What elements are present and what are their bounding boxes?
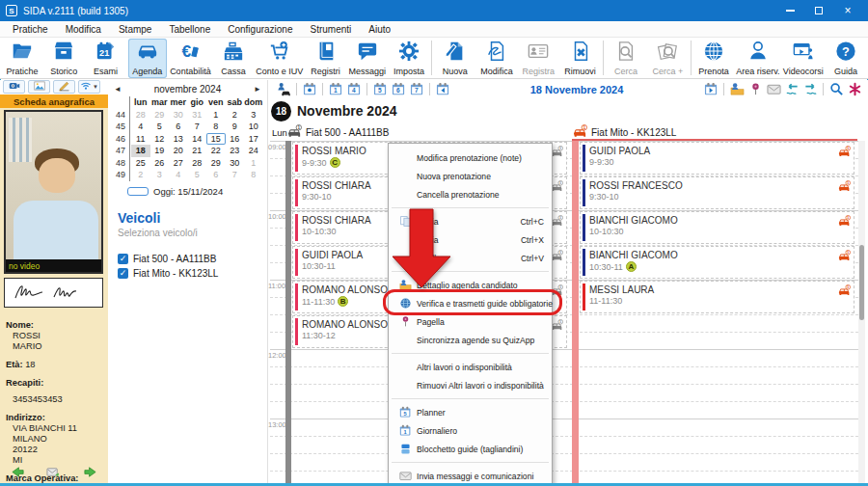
toolbar-button-guida[interactable]: ?Guida — [827, 39, 865, 78]
cal-4-icon[interactable]: 4 — [346, 82, 362, 97]
calendar-day-cell[interactable]: 4 — [131, 121, 150, 133]
toolbar-button-pratiche[interactable]: Pratiche — [3, 39, 41, 78]
appointment-card[interactable]: BIANCHI GIACOMO10:30-11A1 — [580, 246, 854, 279]
context-menu-item-modifica-prenotazione-note-[interactable]: Modifica prenotazione (note) — [389, 148, 552, 167]
calendar-day-cell[interactable]: 13 — [169, 133, 188, 146]
calendar-day-cell[interactable]: 21 — [188, 145, 207, 157]
calendar-today-box[interactable] — [127, 187, 149, 196]
vehicle-item[interactable]: ✓Fiat 500 - AA111BB — [118, 254, 258, 264]
maximize-button[interactable] — [804, 0, 833, 21]
car-arrow-left-icon[interactable] — [784, 82, 800, 97]
cal-today-icon[interactable] — [302, 82, 317, 97]
menu-item-modifica[interactable]: Modifica — [57, 23, 110, 36]
asterisk-icon[interactable] — [847, 82, 862, 97]
minimize-button[interactable] — [775, 0, 804, 21]
menu-item-pratiche[interactable]: Pratiche — [4, 23, 57, 36]
calendar-day-cell[interactable]: 29 — [150, 109, 170, 122]
calendar-day-cell[interactable]: 30 — [169, 109, 188, 122]
context-menu-item-planner[interactable]: 5Planner — [389, 403, 552, 421]
calendar-day-cell[interactable]: 11 — [131, 133, 150, 146]
pin-icon[interactable] — [747, 82, 763, 97]
calendar-day-cell[interactable]: 15 — [206, 133, 226, 146]
calendar-day-cell[interactable]: 8 — [244, 169, 263, 181]
calendar-day-cell[interactable]: 12 — [150, 133, 170, 146]
person-folder-icon[interactable] — [729, 82, 745, 97]
calendar-day-cell[interactable]: 6 — [206, 169, 226, 181]
toolbar-button-modifica[interactable]: Modifica — [477, 39, 516, 78]
toolbar-button-esami[interactable]: 21Esami — [87, 39, 125, 78]
calendar-day-cell[interactable]: 16 — [226, 133, 245, 146]
calendar-day-cell[interactable]: 30 — [226, 157, 245, 170]
menu-item-tabellone[interactable]: Tabellone — [160, 23, 219, 36]
appointment-card[interactable]: ROSSI FRANCESCO9:30-101 — [580, 176, 854, 209]
calendar-day-cell[interactable]: 25 — [131, 157, 150, 170]
cal-7-icon[interactable]: 7 — [409, 82, 424, 97]
menu-item-stampe[interactable]: Stampe — [110, 23, 160, 36]
cal-5-icon[interactable]: 5 — [372, 82, 388, 97]
toolbar-button-cerca[interactable]: Cerca — [607, 39, 645, 78]
calendar-day-cell[interactable]: 28 — [131, 109, 150, 122]
toolbar-button-imposta[interactable]: Imposta — [390, 39, 428, 78]
calendar-day-cell[interactable]: 7 — [226, 169, 245, 181]
calendar-day-cell[interactable]: 3 — [150, 169, 170, 181]
arrow-prev-icon[interactable] — [11, 465, 25, 483]
toolbar-button-prenota[interactable]: Prenota — [694, 39, 733, 78]
toolbar-button-storico[interactable]: Storico — [44, 39, 83, 78]
toolbar-button-cassa[interactable]: Cassa — [214, 39, 253, 78]
calendar-day-cell[interactable]: 14 — [188, 133, 207, 146]
mail-send-icon[interactable] — [46, 465, 61, 483]
toolbar-button-videocorsi[interactable]: Videocorsi — [783, 39, 824, 78]
calendar-day-cell[interactable]: 31 — [188, 109, 207, 122]
toolbar-button-area-riserv-[interactable]: Area riserv. — [736, 39, 779, 78]
camera-button[interactable] — [3, 80, 25, 94]
toolbar-button-rimuovi[interactable]: Rimuovi — [561, 39, 600, 78]
calendar-day-cell[interactable]: 19 — [150, 145, 170, 157]
vehicle-item[interactable]: ✓Fiat Mito - KK123LL — [118, 268, 258, 279]
search-icon[interactable] — [828, 82, 844, 97]
menu-item-aiuto[interactable]: Aiuto — [360, 23, 399, 36]
calendar-day-cell[interactable]: 3 — [244, 109, 263, 122]
calendar-day-cell[interactable]: 9 — [226, 121, 245, 133]
calendar-day-cell[interactable]: 29 — [206, 157, 226, 170]
calendar-day-cell[interactable]: 28 — [188, 157, 207, 170]
arrow-next-icon[interactable] — [83, 465, 97, 483]
wifi-button[interactable]: ▼ — [78, 80, 100, 94]
context-menu-item-nuova-prenotazione[interactable]: Nuova prenotazione — [389, 167, 552, 185]
calendar-day-cell[interactable]: 20 — [169, 145, 188, 157]
calendar-day-cell[interactable]: 2 — [131, 169, 150, 181]
context-menu-item-sincronizza-agende-su-quizapp[interactable]: Sincronizza agende su QuizApp — [389, 331, 552, 349]
calendar-day-cell[interactable]: 8 — [206, 121, 226, 133]
calendar-day-cell[interactable]: 27 — [169, 157, 188, 170]
toolbar-button-registra[interactable]: Registra — [519, 39, 557, 78]
signature-button[interactable] — [53, 80, 75, 94]
checkbox-checked-icon[interactable]: ✓ — [118, 254, 128, 264]
scrollbar-thumb[interactable] — [859, 245, 864, 320]
cal-1-icon[interactable]: 1 — [328, 82, 343, 97]
cal-6-icon[interactable]: 6 — [391, 82, 406, 97]
calendar-day-cell[interactable]: 17 — [244, 133, 263, 146]
column-header-fiat500[interactable]: 1 Fiat 500 - AA111BB — [287, 124, 389, 141]
appointment-card[interactable]: MESSI LAURA11-11:301 — [580, 281, 854, 313]
car-arrow-right-icon[interactable] — [802, 82, 818, 97]
agenda-scrollbar[interactable] — [858, 141, 865, 486]
calendar-day-cell[interactable]: 24 — [244, 145, 263, 157]
context-menu-item-giornaliero[interactable]: 1Giornaliero — [389, 421, 552, 440]
context-menu-item-rimuovi-altri-lavori-o-indisponibilit-[interactable]: Rimuovi Altri lavori o indisponibilità — [389, 376, 552, 394]
person-car-icon[interactable] — [276, 82, 291, 97]
toolbar-button-registri[interactable]: Registri — [307, 39, 345, 78]
menu-item-configurazione[interactable]: Configurazione — [219, 23, 301, 36]
toolbar-button-agenda[interactable]: Agenda — [128, 39, 167, 78]
calendar-day-cell[interactable]: 10 — [244, 121, 263, 133]
calendar-day-cell[interactable]: 18 — [131, 145, 150, 157]
toolbar-button-contabilit-[interactable]: €Contabilità — [170, 39, 211, 78]
appointment-card[interactable]: BIANCHI GIACOMO10-10:301 — [580, 211, 854, 244]
calendar-day-cell[interactable]: 26 — [150, 157, 170, 170]
picture-button[interactable] — [28, 80, 50, 94]
toolbar-button-nuova[interactable]: Nuova — [436, 39, 475, 78]
cal-prev-icon[interactable] — [435, 82, 450, 97]
appointment-card[interactable]: GUIDI PAOLA9-9:301 — [580, 142, 854, 175]
calendar-day-cell[interactable]: 1 — [206, 109, 226, 122]
calendar-day-cell[interactable]: 6 — [169, 121, 188, 133]
toolbar-button-conto-e-iuv[interactable]: Conto e IUV — [256, 39, 303, 78]
calendar-day-cell[interactable]: 4 — [169, 169, 188, 181]
